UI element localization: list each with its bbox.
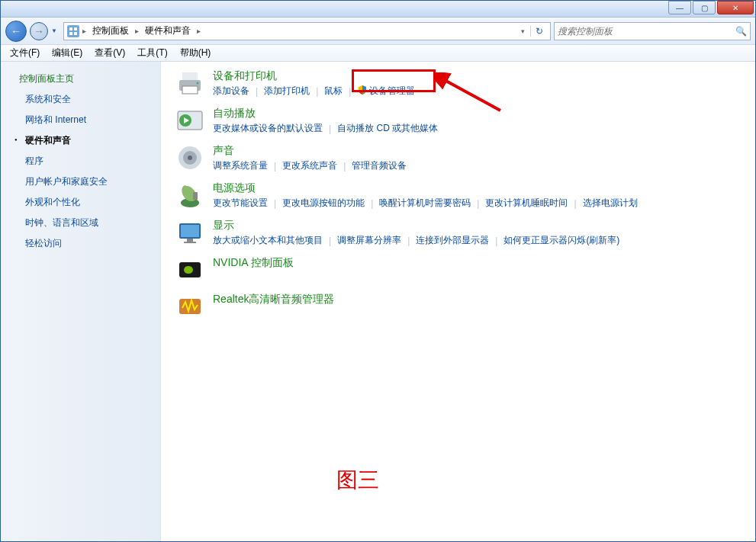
category-title-sound[interactable]: 声音 xyxy=(213,144,740,158)
category-nvidia: NVIDIA 控制面板 xyxy=(176,256,740,284)
svg-rect-4 xyxy=(74,32,77,35)
link-manage-audio-devices[interactable]: 管理音频设备 xyxy=(352,159,407,172)
category-title-nvidia[interactable]: NVIDIA 控制面板 xyxy=(213,256,740,270)
category-title-devices-printers[interactable]: 设备和打印机 xyxy=(213,69,740,83)
sidebar-heading[interactable]: 控制面板主页 xyxy=(19,72,153,85)
sidebar-item-system-security[interactable]: 系统和安全 xyxy=(19,93,153,106)
power-icon xyxy=(176,181,204,209)
link-add-printer[interactable]: 添加打印机 xyxy=(264,85,310,98)
breadcrumb-hardware-sound[interactable]: 硬件和声音 xyxy=(142,23,194,39)
menu-view[interactable]: 查看(V) xyxy=(88,45,131,61)
sidebar: 控制面板主页 系统和安全 网络和 Internet 硬件和声音 程序 用户帐户和… xyxy=(1,62,161,541)
control-panel-icon xyxy=(67,25,79,37)
menu-edit[interactable]: 编辑(E) xyxy=(46,45,88,61)
display-icon xyxy=(176,219,204,246)
link-change-system-sounds[interactable]: 更改系统声音 xyxy=(282,159,337,172)
sidebar-item-ease-access[interactable]: 轻松访问 xyxy=(19,237,153,250)
sidebar-item-user-accounts[interactable]: 用户帐户和家庭安全 xyxy=(19,175,153,188)
sound-icon xyxy=(176,144,204,172)
sidebar-item-network-internet[interactable]: 网络和 Internet xyxy=(19,114,153,127)
link-connect-external-display[interactable]: 连接到外部显示器 xyxy=(416,234,489,247)
link-change-sleep-time[interactable]: 更改计算机睡眠时间 xyxy=(485,197,568,210)
link-autoplay-cd[interactable]: 自动播放 CD 或其他媒体 xyxy=(337,122,438,135)
menu-file[interactable]: 文件(F) xyxy=(4,45,46,61)
refresh-button[interactable]: ↻ xyxy=(530,26,547,37)
menu-help[interactable]: 帮助(H) xyxy=(174,45,217,61)
category-display: 显示 放大或缩小文本和其他项目 | 调整屏幕分辨率 | 连接到外部显示器 | 如… xyxy=(176,219,740,247)
svg-rect-16 xyxy=(193,192,198,200)
sidebar-item-hardware-sound[interactable]: 硬件和声音 xyxy=(19,134,153,147)
autoplay-icon xyxy=(176,107,204,134)
menubar: 文件(F) 编辑(E) 查看(V) 工具(T) 帮助(H) xyxy=(1,45,755,62)
sidebar-item-appearance[interactable]: 外观和个性化 xyxy=(19,196,153,209)
link-device-manager[interactable]: 设备管理器 xyxy=(357,85,415,98)
sidebar-item-programs[interactable]: 程序 xyxy=(19,155,153,168)
back-button[interactable]: ← xyxy=(5,21,27,42)
annotation-figure-label: 图三 xyxy=(336,466,379,495)
category-devices-printers: 设备和打印机 添加设备 | 添加打印机 | 鼠标 | 设备管理器 xyxy=(176,69,740,98)
svg-rect-19 xyxy=(187,239,193,242)
sidebar-item-clock-language[interactable]: 时钟、语言和区域 xyxy=(19,216,153,229)
titlebar: — ▢ ✕ xyxy=(1,1,755,18)
link-choose-power-plan[interactable]: 选择电源计划 xyxy=(583,197,638,210)
svg-rect-6 xyxy=(182,72,198,80)
link-mouse[interactable]: 鼠标 xyxy=(324,85,343,98)
svg-point-8 xyxy=(197,82,199,85)
navbar: ← → ▼ ▸ 控制面板 ▸ 硬件和声音 ▸ ▾ ↻ 🔍 xyxy=(1,18,755,45)
arrow-right-icon: → xyxy=(34,25,44,37)
svg-rect-7 xyxy=(182,86,198,94)
printer-icon xyxy=(176,69,204,97)
category-title-power[interactable]: 电源选项 xyxy=(213,181,740,195)
link-fix-flicker[interactable]: 如何更正显示器闪烁(刷新率) xyxy=(503,234,619,247)
svg-rect-18 xyxy=(181,225,199,237)
minimize-button[interactable]: — xyxy=(668,1,691,14)
address-bar[interactable]: ▸ 控制面板 ▸ 硬件和声音 ▸ ▾ ↻ xyxy=(63,22,551,40)
category-realtek: Realtek高清晰音频管理器 xyxy=(176,293,740,320)
address-dropdown[interactable]: ▾ xyxy=(516,27,529,35)
category-power: 电源选项 更改节能设置 | 更改电源按钮的功能 | 唤醒计算机时需要密码 | 更… xyxy=(176,181,740,210)
nvidia-icon xyxy=(176,256,204,284)
history-dropdown[interactable]: ▼ xyxy=(51,27,60,34)
content: 设备和打印机 添加设备 | 添加打印机 | 鼠标 | 设备管理器 xyxy=(161,62,755,541)
shield-icon xyxy=(357,85,368,95)
link-power-button-function[interactable]: 更改电源按钮的功能 xyxy=(282,197,365,210)
category-title-autoplay[interactable]: 自动播放 xyxy=(213,107,740,120)
link-adjust-resolution[interactable]: 调整屏幕分辨率 xyxy=(337,234,401,247)
forward-button[interactable]: → xyxy=(30,22,48,40)
svg-rect-1 xyxy=(69,27,72,30)
close-button[interactable]: ✕ xyxy=(717,1,754,14)
category-title-display[interactable]: 显示 xyxy=(213,219,740,233)
svg-rect-20 xyxy=(184,242,196,243)
maximize-button[interactable]: ▢ xyxy=(693,1,716,14)
search-box[interactable]: 🔍 xyxy=(554,22,751,40)
control-panel-window: — ▢ ✕ ← → ▼ ▸ 控制面板 ▸ 硬件和声音 ▸ ▾ ↻ 🔍 xyxy=(0,0,756,542)
link-add-device[interactable]: 添加设备 xyxy=(213,85,249,98)
breadcrumb-arrow: ▸ xyxy=(195,27,202,35)
link-require-password-wake[interactable]: 唤醒计算机时需要密码 xyxy=(379,197,471,210)
search-icon[interactable]: 🔍 xyxy=(735,26,747,37)
link-adjust-volume[interactable]: 调整系统音量 xyxy=(213,159,268,172)
arrow-left-icon: ← xyxy=(11,25,21,37)
body: 控制面板主页 系统和安全 网络和 Internet 硬件和声音 程序 用户帐户和… xyxy=(1,62,755,541)
category-autoplay: 自动播放 更改媒体或设备的默认设置 | 自动播放 CD 或其他媒体 xyxy=(176,107,740,135)
realtek-icon xyxy=(176,293,204,320)
category-title-realtek[interactable]: Realtek高清晰音频管理器 xyxy=(213,293,740,306)
link-text-size[interactable]: 放大或缩小文本和其他项目 xyxy=(213,234,323,247)
window-buttons: — ▢ ✕ xyxy=(668,1,754,14)
svg-point-14 xyxy=(188,156,192,160)
svg-rect-3 xyxy=(69,32,72,35)
link-change-power-saving[interactable]: 更改节能设置 xyxy=(213,197,268,210)
breadcrumb-arrow: ▸ xyxy=(81,27,88,35)
breadcrumb-arrow: ▸ xyxy=(134,27,140,35)
link-change-media-defaults[interactable]: 更改媒体或设备的默认设置 xyxy=(213,122,323,135)
svg-rect-2 xyxy=(74,27,77,30)
category-sound: 声音 调整系统音量 | 更改系统声音 | 管理音频设备 xyxy=(176,144,740,172)
search-input[interactable] xyxy=(558,26,735,37)
menu-tools[interactable]: 工具(T) xyxy=(131,45,173,61)
breadcrumb-control-panel[interactable]: 控制面板 xyxy=(89,23,132,39)
